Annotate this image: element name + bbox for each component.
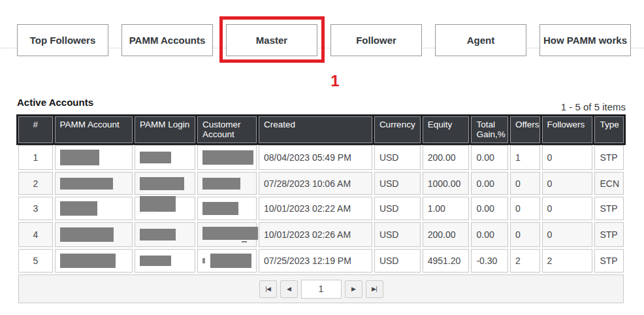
type-cell: STP <box>594 197 624 220</box>
offers-cell: 1 <box>510 145 540 170</box>
redaction-box <box>202 178 240 190</box>
tab-master[interactable]: Master <box>226 24 317 56</box>
tab-top-followers[interactable]: Top Followers <box>17 24 108 56</box>
redaction-box <box>210 254 251 268</box>
created-cell: 08/04/2023 05:49 PM <box>259 145 372 170</box>
type-cell: STP <box>594 249 624 273</box>
pager-first-button[interactable]: |◀ <box>259 280 277 298</box>
total-gain-cell: -0.30 <box>471 249 508 273</box>
created-cell: 07/25/2023 12:19 PM <box>259 249 372 273</box>
customer-account-cell <box>197 249 257 273</box>
tab-follower[interactable]: Follower <box>330 24 422 56</box>
currency-cell: USD <box>374 145 421 170</box>
column-header-offers[interactable]: Offers <box>510 116 540 143</box>
pamm-login-cell <box>135 249 195 273</box>
created-cell: 07/28/2023 10:06 AM <box>259 172 372 195</box>
pager-last-button[interactable]: ▶| <box>366 280 383 298</box>
redaction-box <box>140 256 171 266</box>
table-row: 3 ········· 10/01/2023 02:22 AM USD 1.00… <box>18 197 624 220</box>
column-header-pamm-login[interactable]: PAMM Login <box>135 116 195 143</box>
pager-page-input[interactable] <box>301 280 342 299</box>
tab-pamm-accounts[interactable]: PAMM Accounts <box>121 24 213 56</box>
equity-cell: 4951.20 <box>423 249 470 273</box>
redaction-box <box>140 196 176 212</box>
offers-cell: 0 <box>510 197 540 220</box>
redaction-box <box>140 152 171 163</box>
pager-next-button[interactable]: ▶ <box>345 280 362 298</box>
top-navigation: Top Followers PAMM Accounts Master Follo… <box>17 24 631 56</box>
prev-page-icon: ◀ <box>287 286 291 292</box>
column-header-customer-account[interactable]: Customer Account <box>197 116 257 143</box>
row-index: 5 <box>18 249 53 273</box>
table-row: 2 07/28/2023 10:06 AM USD 1000.00 0.00 0… <box>18 172 624 195</box>
redaction-box <box>202 202 238 215</box>
column-header-index[interactable]: # <box>18 116 53 143</box>
pager-row: |◀ ◀ ▶ ▶| <box>18 274 624 303</box>
header-row: # PAMM Account PAMM Login Customer Accou… <box>18 116 624 143</box>
total-gain-cell: 0.00 <box>471 197 508 220</box>
offers-cell: 0 <box>510 222 540 247</box>
pamm-account-cell <box>55 222 133 247</box>
customer-account-cell <box>197 172 257 195</box>
last-page-icon: ▶| <box>372 286 377 292</box>
pamm-account-cell <box>55 197 133 220</box>
row-index: 1 <box>18 145 53 170</box>
row-index: 3 <box>18 197 53 220</box>
column-header-equity[interactable]: Equity <box>423 116 470 143</box>
customer-account-cell <box>197 197 257 220</box>
column-header-currency[interactable]: Currency <box>374 116 421 143</box>
created-cell: 10/01/2023 02:26 AM <box>259 222 372 247</box>
total-gain-cell: 0.00 <box>471 172 508 195</box>
table-row: 1 08/04/2023 05:49 PM USD 200.00 0.00 1 … <box>18 145 624 170</box>
pager-cell: |◀ ◀ ▶ ▶| <box>18 274 624 303</box>
type-cell: STP <box>594 145 624 170</box>
type-cell: STP <box>594 222 624 247</box>
followers-cell: 0 <box>542 172 593 195</box>
currency-cell: USD <box>374 222 421 247</box>
next-page-icon: ▶ <box>351 286 355 292</box>
redaction-box <box>60 227 114 242</box>
tab-how-pamm-works[interactable]: How PAMM works <box>539 24 631 56</box>
redaction-box <box>202 227 258 240</box>
equity-cell: 200.00 <box>423 222 470 247</box>
redaction-remnant <box>202 258 205 263</box>
pamm-account-cell <box>55 145 133 170</box>
followers-cell: 0 <box>542 197 593 220</box>
equity-cell: 1000.00 <box>423 172 470 195</box>
customer-account-cell <box>197 222 257 247</box>
row-index: 2 <box>18 172 53 195</box>
pamm-page: Top Followers PAMM Accounts Master Follo… <box>0 0 644 315</box>
redaction-box <box>60 201 97 216</box>
column-header-created[interactable]: Created <box>259 116 372 143</box>
items-count: 1 - 5 of 5 items <box>18 101 626 112</box>
column-header-total-gain[interactable]: Total Gain,% <box>471 116 508 143</box>
table-row: 4 10/01/2023 02:26 AM USD 200.00 0.00 0 … <box>18 222 624 247</box>
pager: |◀ ◀ ▶ ▶| <box>19 275 623 303</box>
redaction-box <box>60 150 99 165</box>
redaction-box <box>140 177 184 190</box>
redaction-box <box>60 254 116 268</box>
followers-cell: 0 <box>542 222 593 247</box>
table-row: 5 07/25/2023 12:19 PM USD 4951.20 -0.30 … <box>18 249 624 273</box>
pager-prev-button[interactable]: ◀ <box>280 280 298 298</box>
pamm-account-cell <box>55 249 133 273</box>
type-cell: ECN <box>594 172 624 195</box>
redaction-box <box>140 229 176 240</box>
column-header-type[interactable]: Type <box>594 116 624 143</box>
column-header-pamm-account[interactable]: PAMM Account <box>55 116 133 143</box>
currency-cell: USD <box>374 249 421 273</box>
currency-cell: USD <box>374 197 421 220</box>
pamm-login-cell: ········· <box>135 197 195 220</box>
column-header-followers[interactable]: Followers <box>542 116 593 143</box>
accounts-grid: # PAMM Account PAMM Login Customer Accou… <box>16 114 628 305</box>
customer-account-cell <box>197 145 257 170</box>
offers-cell: 0 <box>510 172 540 195</box>
tab-agent[interactable]: Agent <box>435 24 526 56</box>
annotation-number: 1 <box>324 72 346 90</box>
total-gain-cell: 0.00 <box>471 222 508 247</box>
created-cell: 10/01/2023 02:22 AM <box>259 197 372 220</box>
redaction-remnant <box>242 241 247 242</box>
first-page-icon: |◀ <box>265 286 270 292</box>
followers-cell: 2 <box>542 249 593 273</box>
pamm-account-cell <box>55 172 133 195</box>
